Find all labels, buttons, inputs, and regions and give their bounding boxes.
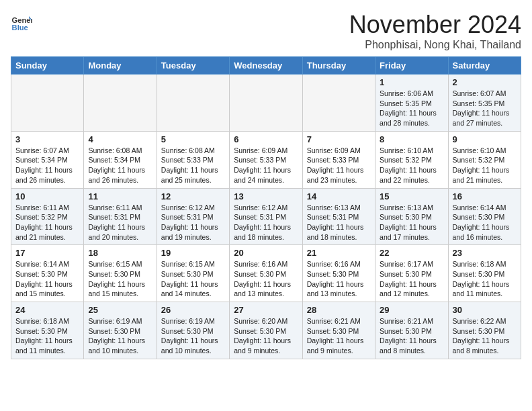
calendar-day: 6Sunrise: 6:09 AMSunset: 5:33 PMDaylight… <box>230 131 302 188</box>
day-number: 16 <box>453 191 517 201</box>
day-number: 2 <box>453 77 517 87</box>
day-number: 28 <box>307 305 371 315</box>
day-number: 8 <box>380 134 443 144</box>
calendar-day: 1Sunrise: 6:06 AMSunset: 5:35 PMDaylight… <box>375 75 448 132</box>
day-number: 25 <box>88 305 152 315</box>
day-info: Sunrise: 6:10 AMSunset: 5:32 PMDaylight:… <box>380 146 443 185</box>
day-info: Sunrise: 6:16 AMSunset: 5:30 PMDaylight:… <box>234 259 298 299</box>
calendar-week-row: 3Sunrise: 6:07 AMSunset: 5:34 PMDaylight… <box>11 131 521 188</box>
day-info: Sunrise: 6:14 AMSunset: 5:30 PMDaylight:… <box>15 259 79 299</box>
day-info: Sunrise: 6:17 AMSunset: 5:30 PMDaylight:… <box>380 259 443 299</box>
day-info: Sunrise: 6:22 AMSunset: 5:30 PMDaylight:… <box>453 316 517 356</box>
day-info: Sunrise: 6:12 AMSunset: 5:31 PMDaylight:… <box>161 203 225 242</box>
month-title: November 2024 <box>349 11 521 39</box>
weekday-header-thursday: Thursday <box>302 57 375 75</box>
day-number: 13 <box>234 191 298 201</box>
day-info: Sunrise: 6:10 AMSunset: 5:32 PMDaylight:… <box>453 146 517 185</box>
calendar-day: 4Sunrise: 6:08 AMSunset: 5:34 PMDaylight… <box>84 131 157 188</box>
day-number: 11 <box>88 191 152 201</box>
calendar-day: 27Sunrise: 6:20 AMSunset: 5:30 PMDayligh… <box>230 302 302 359</box>
page-header: General Blue November 2024 Phonphisai, N… <box>11 11 521 51</box>
day-number: 10 <box>15 191 79 201</box>
day-info: Sunrise: 6:20 AMSunset: 5:30 PMDaylight:… <box>234 316 298 356</box>
day-number: 20 <box>234 248 298 258</box>
calendar-day: 20Sunrise: 6:16 AMSunset: 5:30 PMDayligh… <box>230 245 302 302</box>
day-info: Sunrise: 6:08 AMSunset: 5:34 PMDaylight:… <box>88 146 152 185</box>
calendar-day: 16Sunrise: 6:14 AMSunset: 5:30 PMDayligh… <box>448 188 521 245</box>
day-info: Sunrise: 6:07 AMSunset: 5:34 PMDaylight:… <box>15 146 79 185</box>
calendar-day <box>157 75 229 132</box>
calendar-day: 30Sunrise: 6:22 AMSunset: 5:30 PMDayligh… <box>448 302 521 359</box>
day-number: 18 <box>88 248 152 258</box>
calendar-day: 3Sunrise: 6:07 AMSunset: 5:34 PMDaylight… <box>11 131 84 188</box>
day-info: Sunrise: 6:21 AMSunset: 5:30 PMDaylight:… <box>380 316 443 356</box>
day-number: 3 <box>15 134 79 144</box>
day-info: Sunrise: 6:19 AMSunset: 5:30 PMDaylight:… <box>88 316 152 356</box>
day-info: Sunrise: 6:16 AMSunset: 5:30 PMDaylight:… <box>307 259 371 299</box>
weekday-header-friday: Friday <box>375 57 448 75</box>
calendar-week-row: 17Sunrise: 6:14 AMSunset: 5:30 PMDayligh… <box>11 245 521 302</box>
day-info: Sunrise: 6:11 AMSunset: 5:31 PMDaylight:… <box>88 203 152 242</box>
day-number: 22 <box>380 248 443 258</box>
day-info: Sunrise: 6:21 AMSunset: 5:30 PMDaylight:… <box>307 316 371 356</box>
calendar-day <box>302 75 375 132</box>
calendar-day: 10Sunrise: 6:11 AMSunset: 5:32 PMDayligh… <box>11 188 84 245</box>
calendar-week-row: 10Sunrise: 6:11 AMSunset: 5:32 PMDayligh… <box>11 188 521 245</box>
calendar-day: 8Sunrise: 6:10 AMSunset: 5:32 PMDaylight… <box>375 131 448 188</box>
day-number: 19 <box>161 248 225 258</box>
day-number: 1 <box>380 77 443 87</box>
calendar-day: 23Sunrise: 6:18 AMSunset: 5:30 PMDayligh… <box>448 245 521 302</box>
day-number: 23 <box>453 248 517 258</box>
calendar-day: 17Sunrise: 6:14 AMSunset: 5:30 PMDayligh… <box>11 245 84 302</box>
day-info: Sunrise: 6:08 AMSunset: 5:33 PMDaylight:… <box>161 146 225 185</box>
day-info: Sunrise: 6:13 AMSunset: 5:31 PMDaylight:… <box>307 203 371 242</box>
calendar-day: 5Sunrise: 6:08 AMSunset: 5:33 PMDaylight… <box>157 131 229 188</box>
calendar-day: 22Sunrise: 6:17 AMSunset: 5:30 PMDayligh… <box>375 245 448 302</box>
day-number: 7 <box>307 134 371 144</box>
day-info: Sunrise: 6:12 AMSunset: 5:31 PMDaylight:… <box>234 203 298 242</box>
location: Phonphisai, Nong Khai, Thailand <box>349 39 521 51</box>
svg-text:Blue: Blue <box>12 24 28 32</box>
day-number: 17 <box>15 248 79 258</box>
weekday-header-row: SundayMondayTuesdayWednesdayThursdayFrid… <box>11 57 521 75</box>
calendar-day: 18Sunrise: 6:15 AMSunset: 5:30 PMDayligh… <box>84 245 157 302</box>
weekday-header-tuesday: Tuesday <box>157 57 229 75</box>
calendar-day: 21Sunrise: 6:16 AMSunset: 5:30 PMDayligh… <box>302 245 375 302</box>
day-number: 6 <box>234 134 298 144</box>
calendar-table: SundayMondayTuesdayWednesdayThursdayFrid… <box>11 56 521 359</box>
calendar-day <box>230 75 302 132</box>
calendar-week-row: 1Sunrise: 6:06 AMSunset: 5:35 PMDaylight… <box>11 75 521 132</box>
day-info: Sunrise: 6:06 AMSunset: 5:35 PMDaylight:… <box>380 89 443 128</box>
calendar-day: 13Sunrise: 6:12 AMSunset: 5:31 PMDayligh… <box>230 188 302 245</box>
day-number: 14 <box>307 191 371 201</box>
day-number: 30 <box>453 305 517 315</box>
title-block: November 2024 Phonphisai, Nong Khai, Tha… <box>349 11 521 51</box>
weekday-header-saturday: Saturday <box>448 57 521 75</box>
day-number: 12 <box>161 191 225 201</box>
day-info: Sunrise: 6:18 AMSunset: 5:30 PMDaylight:… <box>453 259 517 299</box>
day-info: Sunrise: 6:11 AMSunset: 5:32 PMDaylight:… <box>15 203 79 242</box>
calendar-day: 7Sunrise: 6:09 AMSunset: 5:33 PMDaylight… <box>302 131 375 188</box>
calendar-day: 14Sunrise: 6:13 AMSunset: 5:31 PMDayligh… <box>302 188 375 245</box>
day-info: Sunrise: 6:18 AMSunset: 5:30 PMDaylight:… <box>15 316 79 356</box>
day-info: Sunrise: 6:09 AMSunset: 5:33 PMDaylight:… <box>307 146 371 185</box>
day-info: Sunrise: 6:07 AMSunset: 5:35 PMDaylight:… <box>453 89 517 128</box>
day-info: Sunrise: 6:13 AMSunset: 5:30 PMDaylight:… <box>380 203 443 242</box>
day-info: Sunrise: 6:19 AMSunset: 5:30 PMDaylight:… <box>161 316 225 356</box>
day-number: 29 <box>380 305 443 315</box>
calendar-day: 26Sunrise: 6:19 AMSunset: 5:30 PMDayligh… <box>157 302 229 359</box>
calendar-day <box>84 75 157 132</box>
day-info: Sunrise: 6:15 AMSunset: 5:30 PMDaylight:… <box>161 259 225 299</box>
weekday-header-sunday: Sunday <box>11 57 84 75</box>
day-number: 24 <box>15 305 79 315</box>
calendar-day: 24Sunrise: 6:18 AMSunset: 5:30 PMDayligh… <box>11 302 84 359</box>
weekday-header-monday: Monday <box>84 57 157 75</box>
day-number: 26 <box>161 305 225 315</box>
day-info: Sunrise: 6:09 AMSunset: 5:33 PMDaylight:… <box>234 146 298 185</box>
calendar-day <box>11 75 84 132</box>
day-info: Sunrise: 6:14 AMSunset: 5:30 PMDaylight:… <box>453 203 517 242</box>
day-number: 15 <box>380 191 443 201</box>
calendar-day: 25Sunrise: 6:19 AMSunset: 5:30 PMDayligh… <box>84 302 157 359</box>
weekday-header-wednesday: Wednesday <box>230 57 302 75</box>
day-number: 9 <box>453 134 517 144</box>
